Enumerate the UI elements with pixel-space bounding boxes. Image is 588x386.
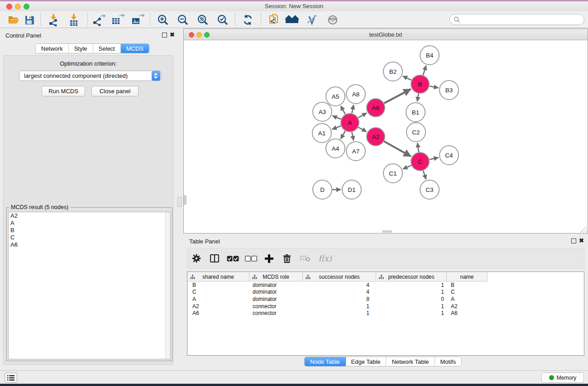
criterion-dropdown[interactable]: largest connected component (directed) xyxy=(19,71,161,81)
delete-column-button[interactable] xyxy=(278,254,296,263)
result-item[interactable]: B xyxy=(9,227,170,234)
result-scrollbar[interactable] xyxy=(165,212,170,359)
task-history-button[interactable] xyxy=(5,372,17,383)
edge-A-A8[interactable] xyxy=(352,105,354,114)
edge-B-B4[interactable] xyxy=(423,66,426,75)
search-field[interactable] xyxy=(449,14,584,25)
edge-C-C3[interactable] xyxy=(423,171,426,179)
table-row[interactable]: Adominator80A xyxy=(187,295,584,303)
table-row[interactable]: A6connector11A6 xyxy=(187,310,584,317)
main-titlebar[interactable]: Session: New Session xyxy=(0,1,588,11)
cell-shared-name[interactable]: A6 xyxy=(187,310,249,316)
float-table-panel-icon[interactable] xyxy=(571,238,576,243)
node-B4[interactable]: B4 xyxy=(420,46,439,65)
close-panel-icon[interactable]: ✖ xyxy=(170,32,175,38)
cell-MCDS-role[interactable]: dominator xyxy=(249,296,303,302)
delete-table-button[interactable] xyxy=(296,255,314,262)
tab-select[interactable]: Select xyxy=(93,44,121,53)
panel-splitter[interactable] xyxy=(177,29,183,370)
cell-shared-name[interactable]: A xyxy=(187,296,249,302)
result-item[interactable]: A2 xyxy=(9,212,170,219)
tab-mcds[interactable]: MCDS xyxy=(121,44,149,53)
column-header-successor-nodes[interactable]: successor nodes xyxy=(303,272,376,281)
zoom-in-button[interactable] xyxy=(155,13,171,27)
node-B2[interactable]: B2 xyxy=(383,62,402,81)
network-horizontal-scroll-thumb[interactable] xyxy=(382,230,392,233)
cell-name[interactable]: A2 xyxy=(447,303,488,310)
cell-name[interactable]: A6 xyxy=(447,310,488,316)
clone-network-button[interactable] xyxy=(266,13,282,27)
tab-node-table[interactable]: Node Table xyxy=(305,357,346,366)
cell-predecessor-nodes[interactable]: 1 xyxy=(376,310,447,316)
node-table[interactable]: shared nameMCDS rolesuccessor nodesprede… xyxy=(187,272,584,356)
destroy-network-button[interactable] xyxy=(285,13,301,27)
node-C2[interactable]: C2 xyxy=(406,123,425,142)
network-canvas[interactable]: B4B2BB3A5A8A6A3B1AA1C2A2A4A7C4CC1C3DD1 xyxy=(184,40,588,233)
export-image-button[interactable] xyxy=(130,13,145,27)
edge-A-A1[interactable] xyxy=(332,126,341,129)
node-B3[interactable]: B3 xyxy=(440,81,459,100)
network-vertical-scroll-thumb[interactable] xyxy=(184,195,186,205)
hide-labels-button[interactable] xyxy=(305,13,320,27)
deselect-all-rows-button[interactable] xyxy=(242,256,260,262)
run-mcds-button[interactable]: Run MCDS xyxy=(42,86,85,96)
node-A3[interactable]: A3 xyxy=(313,102,332,121)
zoom-fit-button[interactable] xyxy=(195,13,210,27)
table-row[interactable]: Cdominator41C xyxy=(187,289,584,296)
edge-A-A7[interactable] xyxy=(352,132,354,141)
cell-successor-nodes[interactable]: 1 xyxy=(303,310,376,316)
export-network-button[interactable] xyxy=(91,13,106,27)
network-window-titlebar[interactable]: testGlobe.txt xyxy=(184,29,588,40)
cell-shared-name[interactable]: C xyxy=(187,289,249,295)
node-C4[interactable]: C4 xyxy=(440,146,459,165)
cell-successor-nodes[interactable]: 4 xyxy=(303,289,376,295)
result-item[interactable]: A6 xyxy=(9,241,170,248)
cell-MCDS-role[interactable]: connector xyxy=(249,303,303,310)
close-panel-button[interactable]: Close panel xyxy=(91,86,139,96)
zoom-selected-button[interactable] xyxy=(215,13,230,27)
memory-button[interactable]: Memory xyxy=(541,372,584,383)
edge-C-C4[interactable] xyxy=(430,157,439,159)
edge-C-C2[interactable] xyxy=(417,143,419,152)
tab-edge-table[interactable]: Edge Table xyxy=(346,357,387,366)
cell-MCDS-role[interactable]: connector xyxy=(249,310,303,316)
cell-predecessor-nodes[interactable]: 0 xyxy=(376,296,447,302)
show-graphics-details-button[interactable] xyxy=(325,13,340,27)
cell-MCDS-role[interactable]: dominator xyxy=(249,289,303,295)
result-item[interactable]: C xyxy=(9,234,170,241)
node-C1[interactable]: C1 xyxy=(383,164,402,183)
edge-B-B3[interactable] xyxy=(430,86,439,88)
function-builder-button[interactable]: f(x) xyxy=(314,254,336,263)
search-input[interactable] xyxy=(460,16,584,23)
table-row[interactable]: A2connector11A2 xyxy=(187,303,584,310)
edge-A2-C[interactable] xyxy=(384,141,411,156)
edge-A-A5[interactable] xyxy=(341,106,345,114)
column-header-shared-name[interactable]: shared name xyxy=(187,272,249,281)
result-item[interactable]: A xyxy=(9,219,170,227)
node-A4[interactable]: A4 xyxy=(326,139,345,158)
tab-network[interactable]: Network xyxy=(36,44,69,53)
cell-name[interactable]: B xyxy=(447,282,488,288)
cell-successor-nodes[interactable]: 4 xyxy=(303,282,376,288)
refresh-button[interactable] xyxy=(240,13,256,27)
show-columns-button[interactable] xyxy=(206,254,224,262)
cell-shared-name[interactable]: A2 xyxy=(187,303,249,310)
node-A1[interactable]: A1 xyxy=(312,124,331,143)
node-C[interactable]: C xyxy=(411,152,429,171)
network-resize-grip[interactable] xyxy=(581,226,587,233)
column-header-name[interactable]: name xyxy=(447,272,488,281)
float-panel-icon[interactable] xyxy=(162,33,167,38)
cell-predecessor-nodes[interactable]: 1 xyxy=(376,289,447,295)
node-A5[interactable]: A5 xyxy=(326,87,345,106)
cell-successor-nodes[interactable]: 1 xyxy=(303,303,376,310)
save-session-button[interactable] xyxy=(22,13,37,27)
edge-A-A2[interactable] xyxy=(358,127,366,132)
node-A7[interactable]: A7 xyxy=(346,142,365,161)
import-table-button[interactable] xyxy=(67,13,82,27)
mcds-result-list[interactable]: A2ABCA6 xyxy=(8,212,171,359)
table-row[interactable]: Bdominator41B xyxy=(187,281,584,289)
edge-A-A4[interactable] xyxy=(341,131,345,139)
edge-A-A3[interactable] xyxy=(332,116,341,119)
node-A2[interactable]: A2 xyxy=(367,128,385,146)
node-D[interactable]: D xyxy=(313,180,332,199)
